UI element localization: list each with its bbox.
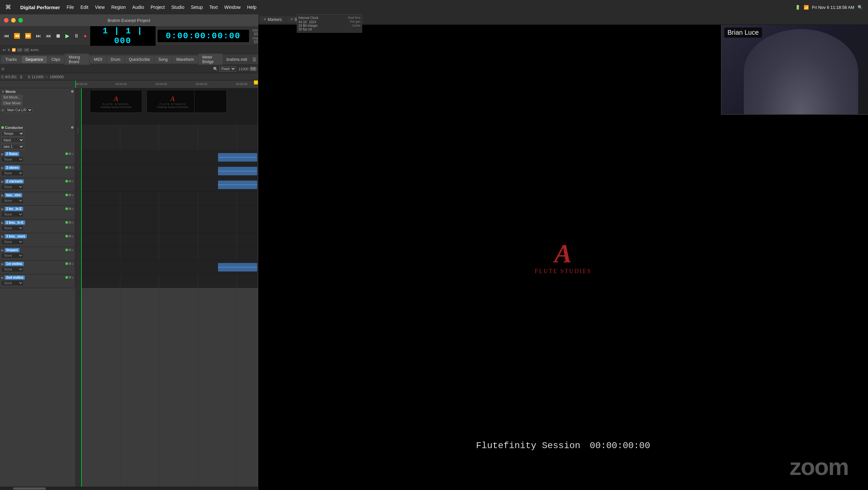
tab-sequence[interactable]: Sequence: [22, 56, 47, 63]
clarinets-sub-dropdown[interactable]: None: [1, 184, 24, 190]
movie-gear-icon[interactable]: ⚙: [71, 90, 73, 93]
app-name[interactable]: Digital Performer: [20, 5, 60, 10]
bnslne-dot-2: [69, 221, 71, 224]
movie-logo-text: FLUTE STUDIES: [535, 268, 591, 275]
bnsones-arrow[interactable]: ▶: [1, 235, 4, 238]
set-movie-button[interactable]: Set Movie...: [1, 95, 23, 100]
play-button[interactable]: ▶: [64, 32, 70, 39]
tab-quickscribe[interactable]: QuickScribe: [125, 56, 154, 63]
m-label: M: [1, 67, 4, 71]
basntre-sub-dropdown[interactable]: None: [1, 198, 24, 203]
flutes-arrow[interactable]: ▶: [1, 152, 4, 156]
basntre-arrow[interactable]: ▶: [1, 194, 4, 197]
tab-markers[interactable]: ✕ Markers: [259, 16, 286, 23]
violins2-sub-dropdown[interactable]: None: [1, 280, 24, 286]
bnslne-sub-dropdown[interactable]: None: [1, 225, 24, 231]
undo-icon[interactable]: ↩: [3, 48, 6, 52]
search-icon[interactable]: 🔍: [858, 5, 863, 10]
track-header-1st-violins: ▶ 1st violins ≡ None: [0, 261, 75, 275]
horizontal-scrollbar[interactable]: [0, 487, 258, 490]
menu-region[interactable]: Region: [111, 5, 125, 10]
oboes-lane: [81, 164, 258, 178]
record-button[interactable]: ●: [82, 32, 88, 39]
tab-clips[interactable]: Clips: [48, 56, 64, 63]
rewind-to-start-button[interactable]: ⏮: [3, 32, 10, 39]
take-dropdown[interactable]: take 1: [1, 144, 24, 149]
bnlne-sub-dropdown[interactable]: None: [1, 212, 24, 217]
apple-menu[interactable]: ⌘: [5, 4, 11, 11]
bnsones-menu[interactable]: ≡: [72, 235, 73, 238]
minimize-button[interactable]: [11, 18, 16, 23]
oboes-menu[interactable]: ≡: [72, 166, 73, 169]
tab-drum[interactable]: Drum: [107, 56, 124, 63]
pause-button[interactable]: ⏸: [72, 32, 81, 39]
tempo-dropdown[interactable]: Tempo: [1, 131, 24, 136]
bnlne-menu[interactable]: ≡: [72, 207, 73, 211]
menu-setup[interactable]: Setup: [191, 5, 203, 10]
fill-btn[interactable]: Fill: [250, 67, 256, 71]
fast-forward-button[interactable]: ⏩: [24, 32, 33, 39]
track-grid: A FLUTE STUDIES Flutefinity Session 00:0…: [81, 88, 258, 487]
loop-icon[interactable]: 🔁: [12, 48, 16, 52]
violins2-menu[interactable]: ≡: [72, 276, 73, 279]
bnlne-arrow[interactable]: ▶: [1, 207, 4, 211]
tab-mixing-board[interactable]: Mixing Board: [65, 54, 89, 65]
menu-studio[interactable]: Studio: [171, 5, 184, 10]
menu-text[interactable]: Text: [210, 5, 218, 10]
clarinets-menu[interactable]: ≡: [72, 180, 73, 183]
flutes-sub-dropdown[interactable]: None: [1, 157, 24, 162]
menu-window[interactable]: Window: [224, 5, 241, 10]
basntre-menu[interactable]: ≡: [72, 194, 73, 197]
timpani-menu[interactable]: ≡: [72, 249, 73, 252]
timpani-sub-dropdown[interactable]: None: [1, 253, 24, 258]
menu-audio[interactable]: Audio: [132, 5, 144, 10]
menu-view[interactable]: View: [95, 5, 104, 10]
violins1-sub-dropdown[interactable]: None: [1, 267, 24, 272]
timpani-arrow[interactable]: ▶: [1, 249, 4, 252]
violins1-arrow[interactable]: ▶: [1, 262, 4, 266]
tab-waveform[interactable]: Waveform: [172, 56, 198, 63]
brahms-tab[interactable]: brahms.mid: [223, 56, 250, 63]
menu-edit[interactable]: Edit: [81, 5, 88, 10]
oboes-arrow[interactable]: ▶: [1, 166, 4, 169]
close-button[interactable]: [4, 18, 8, 23]
scrollbar-thumb[interactable]: [13, 487, 46, 490]
markers-close-icon[interactable]: ✕: [264, 17, 266, 22]
movie-expand-icon[interactable]: ▼: [1, 90, 5, 93]
input-dropdown[interactable]: Input: [1, 137, 24, 143]
basntre-dot-1: [65, 194, 68, 196]
clarinets-dot-1: [65, 180, 68, 182]
menu-help[interactable]: Help: [247, 5, 256, 10]
clarinets-arrow[interactable]: ▶: [1, 180, 4, 183]
menu-file[interactable]: File: [67, 5, 74, 10]
tab-tracks[interactable]: Tracks: [1, 56, 21, 63]
maximize-button[interactable]: [18, 18, 23, 23]
clear-movie-button[interactable]: Clear Movie: [1, 101, 23, 106]
tab-meter-bridge[interactable]: Meter Bridge: [198, 54, 222, 65]
rewind-button[interactable]: ⏪: [12, 32, 22, 39]
search-seq-icon[interactable]: 🔍: [213, 67, 218, 71]
main-cut-radio[interactable]: ⊙: [1, 108, 4, 112]
tool-btn-2[interactable]: +T: [24, 48, 29, 52]
zoom-user-panel: Brian Luce: [721, 25, 868, 115]
soundbites-close-icon[interactable]: ✕: [290, 17, 293, 22]
fixed-dropdown[interactable]: Fixed: [219, 66, 236, 71]
bnslne-arrow[interactable]: ▶: [1, 221, 4, 224]
main-cut-dropdown[interactable]: Main Cut L/R: [5, 107, 33, 113]
go-to-start-button[interactable]: ⏮: [44, 32, 52, 39]
violins1-menu[interactable]: ≡: [72, 262, 73, 266]
oboes-sub-dropdown[interactable]: None: [1, 170, 24, 176]
tool-btn-1[interactable]: I-T: [17, 48, 23, 52]
conductor-gear-icon[interactable]: ⚙: [71, 126, 73, 129]
menu-project[interactable]: Project: [151, 5, 165, 10]
tab-midi[interactable]: MIDI: [90, 56, 106, 63]
violins2-arrow[interactable]: ▶: [1, 276, 4, 279]
tab-song[interactable]: Song: [155, 56, 172, 63]
stop-button[interactable]: ⏹: [54, 32, 62, 39]
movie-track-lane: A FLUTE STUDIES Flutefinity Session 00:0…: [81, 88, 258, 124]
bnslne-menu[interactable]: ≡: [72, 221, 73, 224]
hamburger-menu-icon[interactable]: ☰: [252, 57, 256, 62]
bnsones-sub-dropdown[interactable]: None: [1, 239, 24, 245]
forward-end-button[interactable]: ⏭: [35, 32, 42, 39]
flutes-menu[interactable]: ≡: [72, 152, 73, 156]
